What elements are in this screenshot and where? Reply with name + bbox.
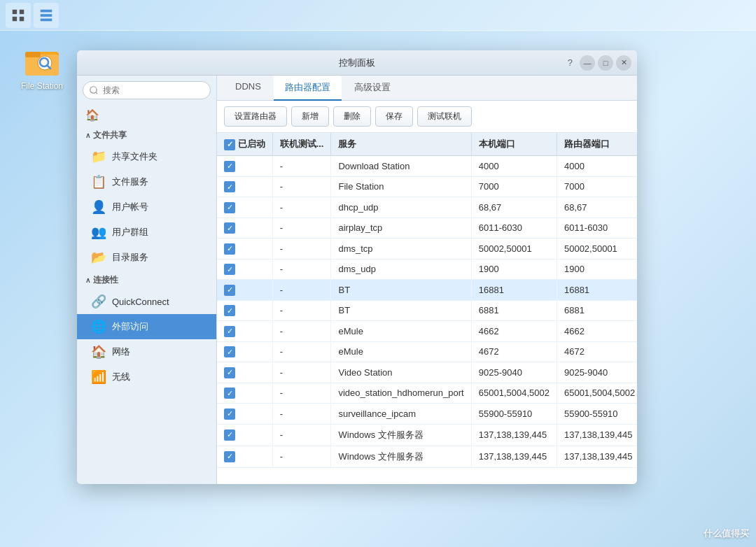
checkbox-checked[interactable]: ✓ xyxy=(224,429,235,441)
table-row[interactable]: ✓-dhcp_udp68,6768,67UDP xyxy=(217,197,637,218)
svg-rect-0 xyxy=(13,9,17,13)
checkbox-checked[interactable]: ✓ xyxy=(224,243,235,255)
sidebar-item-user-group[interactable]: 👥 用户群组 xyxy=(77,220,216,245)
checkbox-checked[interactable]: ✓ xyxy=(224,305,235,316)
file-station-desktop-icon[interactable]: File Station xyxy=(14,42,70,91)
cell-started: ✓ xyxy=(217,156,272,177)
col-header-router-port[interactable]: 路由器端口 xyxy=(556,133,637,156)
table-row[interactable]: ✓-video_station_hdhomerun_port65001,5004… xyxy=(217,383,637,404)
sidebar-section-connectivity: ∧ 连接性 xyxy=(77,270,216,289)
window-controls: ? — □ ✕ xyxy=(564,55,631,71)
set-router-button[interactable]: 设置路由器 xyxy=(224,106,287,127)
checkbox-checked[interactable]: ✓ xyxy=(224,222,235,234)
window-minimize-button[interactable]: — xyxy=(580,55,595,71)
checkbox-checked[interactable]: ✓ xyxy=(224,202,235,213)
checkbox-checked[interactable]: ✓ xyxy=(224,346,235,357)
table-row[interactable]: ✓-eMule46724672UDP xyxy=(217,341,637,362)
taskbar-grid-icon[interactable] xyxy=(6,3,31,28)
test-connection-button[interactable]: 测试联机 xyxy=(417,106,472,127)
sidebar-item-network[interactable]: 🏠 网络 xyxy=(77,339,216,364)
window-maximize-button[interactable]: □ xyxy=(598,55,613,71)
cell-started: ✓ xyxy=(217,300,272,321)
checkbox-checked[interactable]: ✓ xyxy=(224,326,235,337)
cell-local-port: 6011-6030 xyxy=(471,218,556,239)
col-header-local-port[interactable]: 本机端口 xyxy=(471,133,556,156)
table-row[interactable]: ✓-Download Station40004000TCP xyxy=(217,156,637,177)
sidebar-item-directory[interactable]: 📂 目录服务 xyxy=(77,245,216,270)
cell-test: - xyxy=(272,156,331,177)
cell-service: airplay_tcp xyxy=(331,218,471,239)
select-all-checkbox[interactable]: ✓ xyxy=(224,139,235,150)
sidebar-item-quickconnect[interactable]: 🔗 QuickConnect xyxy=(77,289,216,314)
cell-test: - xyxy=(272,176,331,197)
cell-service: Download Station xyxy=(331,156,471,177)
add-button[interactable]: 新增 xyxy=(291,106,329,127)
cell-test: - xyxy=(272,446,331,467)
table-row[interactable]: ✓-eMule46624662TCP xyxy=(217,321,637,342)
cell-started: ✓ xyxy=(217,280,272,301)
cell-test: - xyxy=(272,197,331,218)
cell-router-port: 65001,5004,5002 xyxy=(556,383,637,404)
sidebar-item-user-account[interactable]: 👤 用户帐号 xyxy=(77,194,216,220)
table-row[interactable]: ✓-dms_tcp50002,5000150002,50001TCP xyxy=(217,239,637,260)
sidebar-item-shared-folders[interactable]: 📁 共享文件夹 xyxy=(77,144,216,169)
tab-router-config[interactable]: 路由器配置 xyxy=(274,76,342,101)
cell-test: - xyxy=(272,424,331,446)
cell-local-port: 137,138,139,445 xyxy=(471,424,556,446)
checkbox-checked[interactable]: ✓ xyxy=(224,367,235,378)
table-row[interactable]: ✓-Video Station9025-90409025-9040TCP xyxy=(217,362,637,383)
save-button[interactable]: 保存 xyxy=(375,106,413,127)
cell-test: - xyxy=(272,321,331,342)
checkbox-checked[interactable]: ✓ xyxy=(224,451,235,462)
sidebar-home-button[interactable]: 🏠 xyxy=(77,105,216,125)
router-config-table: ✓ 已启动 联机测试... 服务 本机端口 路由器端口 通讯... ✓-Down… xyxy=(217,133,637,468)
cell-local-port: 65001,5004,5002 xyxy=(471,383,556,404)
cell-service: BT xyxy=(331,300,471,321)
sidebar-item-wireless[interactable]: 📶 无线 xyxy=(77,364,216,390)
search-input[interactable] xyxy=(83,81,211,99)
delete-button[interactable]: 删除 xyxy=(333,106,371,127)
cell-started: ✓ xyxy=(217,218,272,239)
checkbox-checked[interactable]: ✓ xyxy=(224,285,235,296)
table-header-row: ✓ 已启动 联机测试... 服务 本机端口 路由器端口 通讯... xyxy=(217,133,637,156)
window-close-button[interactable]: ✕ xyxy=(616,55,631,71)
table-row[interactable]: ✓-Windows 文件服务器137,138,139,445137,138,13… xyxy=(217,424,637,446)
checkbox-checked[interactable]: ✓ xyxy=(224,409,235,420)
sidebar-section-file-sharing: ∧ 文件共享 xyxy=(77,125,216,144)
cell-service: dhcp_udp xyxy=(331,197,471,218)
table-body: ✓-Download Station40004000TCP✓-File Stat… xyxy=(217,156,637,468)
col-header-test[interactable]: 联机测试... xyxy=(272,133,331,156)
window-help-button[interactable]: ? xyxy=(564,56,577,69)
cell-started: ✓ xyxy=(217,446,272,467)
table-row[interactable]: ✓-dms_udp19001900UDP xyxy=(217,259,637,280)
tab-advanced-settings[interactable]: 高级设置 xyxy=(343,76,402,101)
cell-started: ✓ xyxy=(217,383,272,404)
cell-local-port: 55900-55910 xyxy=(471,404,556,425)
table-row[interactable]: ✓-File Station70007000TCP xyxy=(217,176,637,197)
table-row[interactable]: ✓-BT68816881UDP xyxy=(217,300,637,321)
sidebar-item-external-access[interactable]: 🌐 外部访问 xyxy=(77,314,216,339)
col-header-started[interactable]: ✓ 已启动 xyxy=(217,133,272,156)
checkbox-checked[interactable]: ✓ xyxy=(224,264,235,275)
cell-router-port: 137,138,139,445 xyxy=(556,446,637,467)
table-row[interactable]: ✓-BT1688116881TCP xyxy=(217,280,637,301)
cell-started: ✓ xyxy=(217,404,272,425)
tabs-bar: DDNS 路由器配置 高级设置 xyxy=(217,76,637,101)
table-row[interactable]: ✓-airplay_tcp6011-60306011-6030TCP xyxy=(217,218,637,239)
col-header-service[interactable]: 服务 xyxy=(331,133,471,156)
cell-router-port: 4662 xyxy=(556,321,637,342)
checkbox-checked[interactable]: ✓ xyxy=(224,181,235,192)
sidebar-item-file-services[interactable]: 📋 文件服务 xyxy=(77,169,216,194)
tab-ddns[interactable]: DDNS xyxy=(224,76,272,101)
taskbar xyxy=(0,0,756,31)
table-row[interactable]: ✓-surveillance_ipcam55900-5591055900-559… xyxy=(217,404,637,425)
table-row[interactable]: ✓-Windows 文件服务器137,138,139,445137,138,13… xyxy=(217,446,637,467)
checkbox-checked[interactable]: ✓ xyxy=(224,388,235,399)
window-title: 控制面板 xyxy=(339,57,375,69)
group-icon: 👥 xyxy=(91,225,106,240)
file-station-label: File Station xyxy=(21,81,63,91)
cell-test: - xyxy=(272,239,331,260)
checkbox-checked[interactable]: ✓ xyxy=(224,161,235,172)
taskbar-list-icon[interactable] xyxy=(34,3,59,28)
cell-service: Video Station xyxy=(331,362,471,383)
